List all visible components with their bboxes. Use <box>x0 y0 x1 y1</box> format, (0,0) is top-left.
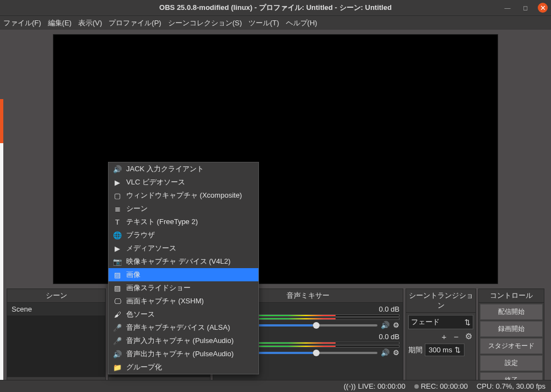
context-menu-item-4[interactable]: Tテキスト (FreeType 2) <box>109 215 258 228</box>
titlebar: OBS 25.0.8-modified (linux) - プロファイル: Un… <box>0 0 551 15</box>
image-icon: ▨ <box>113 270 122 279</box>
transitions-panel: シーントランジション フェード ⇅ + − ⚙ 期間 300 ms ⇅ <box>406 288 476 391</box>
transitions-header: シーントランジション <box>406 289 476 313</box>
desktop-edge-white <box>0 143 3 392</box>
mute-icon-1[interactable]: 🔊 <box>381 321 390 329</box>
context-menu-item-14[interactable]: 🔊音声出力キャプチャ (PulseAudio) <box>109 347 258 361</box>
context-menu-item-5[interactable]: 🌐ブラウザ <box>109 228 258 242</box>
menu-view[interactable]: 表示(V) <box>78 18 102 28</box>
context-menu-item-8[interactable]: ▨画像 <box>109 268 258 281</box>
context-menu-item-10[interactable]: 🖵画面キャプチャ (XSHM) <box>109 295 258 308</box>
mixer-settings-1[interactable]: ⚙ <box>393 321 399 329</box>
settings-button[interactable]: 設定 <box>480 355 543 371</box>
window-title: OBS 25.0.8-modified (linux) - プロファイル: Un… <box>159 3 392 13</box>
speaker-icon: 🔊 <box>113 350 122 358</box>
context-menu-label: テキスト (FreeType 2) <box>126 217 198 227</box>
context-menu-label: 音声入力キャプチャ (PulseAudio) <box>126 336 234 346</box>
speaker-icon: 🔊 <box>113 165 122 173</box>
context-menu-item-13[interactable]: 🎤音声入力キャプチャ (PulseAudio) <box>109 334 258 347</box>
status-rec: REC: 00:00:00 <box>414 382 468 390</box>
broadcast-icon: ((◦)) <box>344 382 356 390</box>
record-dot-icon <box>414 384 419 389</box>
folder-icon: 📁 <box>113 363 122 372</box>
context-menu-item-6[interactable]: ▶メディアソース <box>109 242 258 255</box>
transition-add-button[interactable]: + <box>439 331 449 341</box>
context-menu-label: JACK 入力クライアント <box>126 164 204 174</box>
context-menu-label: 画像 <box>126 270 141 280</box>
maximize-button[interactable]: ◻ <box>520 3 530 13</box>
status-live: ((◦)) LIVE: 00:00:00 <box>344 382 406 390</box>
list-icon: ≣ <box>113 204 122 213</box>
mixer-db-2: 0.0 dB <box>379 333 399 341</box>
context-menu-label: 色ソース <box>126 309 155 319</box>
context-menu-label: メディアソース <box>126 243 176 253</box>
context-menu-item-9[interactable]: ▨画像スライドショー <box>109 281 258 295</box>
status-bar: ((◦)) LIVE: 00:00:00 REC: 00:00:00 CPU: … <box>0 380 551 392</box>
context-menu-label: ブラウザ <box>126 230 155 240</box>
scenes-header: シーン <box>7 289 105 303</box>
menu-file[interactable]: ファイル(F) <box>3 18 41 28</box>
menu-profile[interactable]: プロファイル(P) <box>109 18 161 28</box>
mute-icon-2[interactable]: 🔊 <box>381 349 390 357</box>
context-menu-item-15[interactable]: 📁グループ化 <box>109 361 258 374</box>
camera-icon: 📷 <box>113 257 122 266</box>
close-icon: ✕ <box>540 4 546 12</box>
context-menu-label: VLC ビデオソース <box>126 177 185 187</box>
menubar: ファイル(F) 編集(E) 表示(V) プロファイル(P) シーンコレクション(… <box>0 15 551 30</box>
context-menu-label: グループ化 <box>126 362 162 372</box>
scenes-list[interactable]: Scene <box>7 303 105 377</box>
context-menu-label: 画面キャプチャ (XSHM) <box>126 296 204 306</box>
status-cpu: CPU: 0.7%, 30.00 fps <box>477 382 545 390</box>
image-icon: ▨ <box>113 284 122 292</box>
context-menu-label: 画像スライドショー <box>126 283 191 293</box>
text-icon: T <box>113 217 122 226</box>
mixer-settings-2[interactable]: ⚙ <box>393 349 399 357</box>
mic-icon: 🎤 <box>113 336 122 345</box>
studio-mode-button[interactable]: スタジオモード <box>480 338 543 354</box>
start-recording-button[interactable]: 録画開始 <box>480 321 543 337</box>
play-icon: ▶ <box>113 244 122 253</box>
context-menu-item-1[interactable]: ▶VLC ビデオソース <box>109 176 258 189</box>
context-menu-item-3[interactable]: ≣シーン <box>109 202 258 215</box>
context-menu-label: 映像キャプチャ デバイス (V4L2) <box>126 257 230 266</box>
menu-scenecollection[interactable]: シーンコレクション(S) <box>168 18 242 28</box>
transition-remove-button[interactable]: − <box>451 331 461 341</box>
minimize-button[interactable]: — <box>503 3 512 13</box>
controls-panel: コントロール 配信開始 録画開始 スタジオモード 設定 終了 <box>478 288 544 391</box>
transition-duration-input[interactable]: 300 ms ⇅ <box>425 344 464 356</box>
transition-select[interactable]: フェード ⇅ <box>408 315 473 329</box>
transition-select-value: フェード <box>411 317 440 327</box>
start-streaming-button[interactable]: 配信開始 <box>480 304 543 320</box>
globe-icon: 🌐 <box>113 231 122 239</box>
scene-item[interactable]: Scene <box>7 303 105 315</box>
menu-tools[interactable]: ツール(T) <box>249 18 279 28</box>
menu-edit[interactable]: 編集(E) <box>48 18 72 28</box>
menu-help[interactable]: ヘルプ(H) <box>286 18 317 28</box>
context-menu-label: 音声キャプチャデバイス (ALSA) <box>126 323 230 333</box>
context-menu-label: シーン <box>126 204 148 214</box>
add-source-context-menu: 🔊JACK 入力クライアント▶VLC ビデオソース▢ウィンドウキャプチャ (Xc… <box>108 162 259 374</box>
window-icon: ▢ <box>113 191 122 200</box>
screen-icon: 🖵 <box>113 297 122 306</box>
mic-icon: 🎤 <box>113 323 122 332</box>
play-icon: ▶ <box>113 178 122 187</box>
controls-header: コントロール <box>479 289 544 303</box>
brush-icon: 🖌 <box>113 310 122 319</box>
context-menu-item-12[interactable]: 🎤音声キャプチャデバイス (ALSA) <box>109 321 258 334</box>
transition-settings-button[interactable]: ⚙ <box>463 331 473 341</box>
transition-duration-value: 300 ms <box>429 346 452 354</box>
spinner-icon: ⇅ <box>455 346 461 354</box>
context-menu-item-2[interactable]: ▢ウィンドウキャプチャ (Xcomposite) <box>109 189 258 202</box>
mixer-db-1: 0.0 dB <box>379 305 399 313</box>
chevron-updown-icon: ⇅ <box>464 318 471 326</box>
context-menu-item-0[interactable]: 🔊JACK 入力クライアント <box>109 162 258 176</box>
context-menu-label: ウィンドウキャプチャ (Xcomposite) <box>126 190 242 200</box>
close-button[interactable]: ✕ <box>538 3 548 13</box>
context-menu-item-11[interactable]: 🖌色ソース <box>109 308 258 321</box>
context-menu-label: 音声出力キャプチャ (PulseAudio) <box>126 349 234 359</box>
context-menu-item-7[interactable]: 📷映像キャプチャ デバイス (V4L2) <box>109 255 258 268</box>
status-rec-text: REC: 00:00:00 <box>421 382 468 390</box>
status-live-text: LIVE: 00:00:00 <box>358 382 406 390</box>
transition-duration-label: 期間 <box>408 345 423 355</box>
scenes-panel: シーン Scene + − ∧ ∨ <box>7 288 106 391</box>
